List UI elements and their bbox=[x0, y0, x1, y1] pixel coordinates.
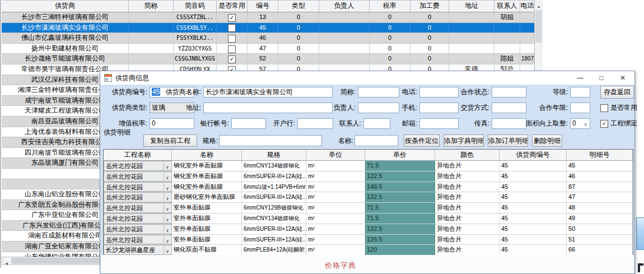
cell-price[interactable]: 132.5 bbox=[365, 192, 435, 202]
detail-row[interactable]: 岳州北控花园 室外单面贴膜 6mmSUPER-III+12A(硅... m² 1… bbox=[104, 235, 633, 245]
add-order-detail-button[interactable]: 添加订单明细 bbox=[488, 134, 528, 147]
chevron-down-icon[interactable] bbox=[582, 119, 589, 128]
cell-name[interactable]: 钢化室外单面贴膜 bbox=[172, 161, 242, 171]
cell-contact[interactable] bbox=[494, 23, 520, 33]
cell-project-combo[interactable]: 岳州北控花园 bbox=[104, 213, 172, 224]
cell-unit[interactable]: m² bbox=[306, 213, 365, 224]
supplier-row[interactable]: 扬州中勤建材有限公司 YZZQJCYXGS 47 0 0 0 bbox=[2, 44, 543, 54]
dropdown-arrow-icon[interactable] bbox=[164, 204, 171, 212]
col-header-no[interactable]: 编号 bbox=[248, 1, 278, 12]
supplier-row[interactable]: 长沙市潇湘玻璃实业有限公司 CSSXXBLSY.. 45 0 0 0 bbox=[2, 23, 543, 34]
cell-project-combo[interactable]: 岳州北控花园 bbox=[104, 235, 172, 245]
col-header-type[interactable]: 类型 bbox=[278, 1, 319, 12]
cell-type[interactable]: 0 bbox=[278, 54, 319, 64]
cell-supplier-name[interactable]: 佛山市亿鑫玻璃科技有限公司 bbox=[2, 33, 129, 43]
detail-row[interactable]: 岳州北控花园 钢化室外单面贴膜 6mm白玻+1.14PVB+6mm... m² … bbox=[104, 182, 633, 193]
supplier-row[interactable]: 长沙市三湘特种玻璃有限公司 CSSSXTZBL.. 13 0 0 0 胡姐 bbox=[2, 12, 543, 23]
cell-tax[interactable]: 0 bbox=[370, 54, 410, 64]
common-checkbox[interactable] bbox=[228, 14, 236, 22]
cell-price[interactable]: 71.5 bbox=[365, 213, 435, 224]
cell-spec[interactable]: 6mm白玻+1.14PVB+6mm... bbox=[242, 182, 306, 192]
dropdown-arrow-icon[interactable] bbox=[164, 246, 171, 254]
supplier-row[interactable]: 佛山市亿鑫玻璃科技有限公司 FSSYXBLKJ.. 46 0 0 0 bbox=[2, 33, 543, 44]
cell-detail-no[interactable]: 66 bbox=[567, 245, 633, 255]
cell-common[interactable] bbox=[217, 12, 248, 22]
cell-supplier-name[interactable]: 扬州中勤建材有限公司 bbox=[2, 44, 129, 54]
col-header-common[interactable]: 是否常用 bbox=[217, 1, 248, 12]
cell-detail-no[interactable]: 47 bbox=[567, 192, 633, 202]
clipped-blue-button[interactable] bbox=[636, 217, 644, 250]
cell-color[interactable]: 异地合片 bbox=[435, 235, 500, 245]
delivery-input[interactable] bbox=[492, 103, 526, 113]
common-use-checkbox[interactable] bbox=[600, 104, 608, 112]
cell-pinyin-code[interactable]: FSSYXBLKJ.. bbox=[174, 33, 217, 43]
supplier-name-input[interactable]: 长沙市潇湘玻璃实业有限公司 bbox=[203, 87, 333, 97]
cell-pinyin-code[interactable]: YZZQJCYXGS bbox=[174, 44, 217, 54]
col-header-price[interactable]: 单价 bbox=[365, 150, 435, 160]
locate-by-condition-button[interactable]: 按条件定位 bbox=[404, 134, 440, 147]
cell-supplier-no[interactable]: 45 bbox=[500, 182, 567, 192]
cell-pinyin-code[interactable]: CSSXXBLSY.. bbox=[174, 23, 217, 33]
col-header-tax[interactable]: 税率 bbox=[370, 1, 410, 12]
col-header-address[interactable]: 地址 bbox=[449, 1, 494, 12]
cell-name[interactable]: 钢化双面不贴膜 bbox=[172, 245, 242, 255]
cell-phone[interactable]: 180751 bbox=[520, 54, 535, 64]
cell-price[interactable]: 148.5 bbox=[365, 182, 435, 192]
supplier-row[interactable]: 长沙晟格节能玻璃有限公司 CSSGJNBLYXGS 52 0 0 0 陈姐 18… bbox=[2, 54, 543, 64]
cell-contact[interactable] bbox=[494, 44, 520, 54]
close-button[interactable]: ✕ bbox=[612, 71, 633, 85]
cell-supplier-no[interactable]: 45 bbox=[500, 213, 567, 224]
minimize-button[interactable]: — bbox=[570, 71, 591, 85]
cell-fee[interactable]: 0 bbox=[410, 33, 449, 43]
common-checkbox[interactable] bbox=[228, 45, 236, 53]
cell-supplier-no[interactable]: 45 bbox=[500, 203, 567, 213]
cell-type[interactable]: 0 bbox=[278, 12, 319, 22]
cell-supplier-name[interactable]: 长沙市潇湘玻璃实业有限公司 bbox=[2, 23, 129, 33]
col-header-detail-no[interactable]: 明细号 bbox=[567, 150, 633, 160]
col-header-abbr[interactable]: 简称 bbox=[129, 1, 174, 12]
cell-detail-no[interactable]: 48 bbox=[567, 203, 633, 213]
project-bind-checkbox[interactable] bbox=[600, 120, 608, 128]
detail-row[interactable]: 岳州北控花园 钢化室外单面贴膜 6mmCNY134镀膜钢化 m² 71.5 异地… bbox=[104, 161, 633, 171]
cell-tax[interactable]: 0 bbox=[370, 12, 410, 22]
detail-row[interactable]: 岳州北控花园 室外单面贴膜 6mmSUPER-III+12A(硅... m² 1… bbox=[104, 224, 633, 235]
cell-address[interactable] bbox=[449, 12, 494, 22]
detail-row[interactable]: 岳州北控花园 钢化室外单面贴膜 6mmSUPER-III+12A(硅... m²… bbox=[104, 171, 633, 182]
cell-abbr[interactable] bbox=[129, 44, 174, 54]
cell-supplier-no[interactable]: 45 bbox=[500, 224, 567, 234]
cell-phone[interactable] bbox=[520, 44, 535, 54]
cell-unit[interactable]: m² bbox=[306, 235, 365, 245]
cell-price[interactable]: 132.5 bbox=[365, 224, 435, 234]
cell-name[interactable]: 钢化室外单面贴膜 bbox=[172, 171, 242, 182]
cell-fee[interactable]: 0 bbox=[410, 44, 449, 54]
col-header-name[interactable]: 名称 bbox=[172, 150, 242, 160]
cell-project-combo[interactable]: 岳州北控花园 bbox=[104, 161, 172, 171]
dropdown-arrow-icon[interactable] bbox=[164, 225, 171, 233]
add-dict-detail-button[interactable]: 添加字典明细 bbox=[444, 134, 484, 147]
dialog-titlebar[interactable]: 供货商信息 — □ ✕ bbox=[100, 71, 634, 85]
cell-unit[interactable]: m² bbox=[306, 192, 365, 202]
spec-filter-input[interactable] bbox=[219, 135, 322, 146]
cell-type[interactable]: 0 bbox=[278, 44, 319, 54]
cell-leader[interactable] bbox=[319, 33, 370, 43]
cell-name[interactable]: 室外单面贴膜 bbox=[172, 235, 242, 245]
cell-spec[interactable]: 6mmSUPER-III+12A(硅... bbox=[242, 171, 306, 182]
dropdown-arrow-icon[interactable] bbox=[164, 183, 171, 191]
cell-address[interactable] bbox=[449, 54, 494, 64]
cell-contact[interactable]: 陈姐 bbox=[494, 54, 520, 64]
cell-address[interactable] bbox=[449, 33, 494, 43]
cell-no[interactable]: 46 bbox=[248, 33, 278, 43]
cell-price[interactable]: 71.5 bbox=[365, 161, 435, 171]
cell-type[interactable]: 0 bbox=[278, 23, 319, 33]
cell-price[interactable]: 126.5 bbox=[365, 235, 435, 245]
common-use-checkbox-row[interactable]: 是否常用 bbox=[600, 104, 637, 113]
coop-status-input[interactable] bbox=[492, 87, 526, 97]
cell-name[interactable]: 室外单面贴膜 bbox=[172, 224, 242, 234]
common-checkbox[interactable] bbox=[228, 24, 236, 32]
cell-tax[interactable]: 0 bbox=[370, 33, 410, 43]
dropdown-arrow-icon[interactable] bbox=[164, 162, 171, 170]
cell-spec[interactable]: 6mmCNY129B镀膜钢化 bbox=[242, 203, 306, 213]
cell-unit[interactable]: m² bbox=[306, 161, 365, 171]
cell-name[interactable]: 室外单面贴膜 bbox=[172, 203, 242, 213]
cell-project-combo[interactable]: 岳州北控花园 bbox=[104, 192, 172, 202]
